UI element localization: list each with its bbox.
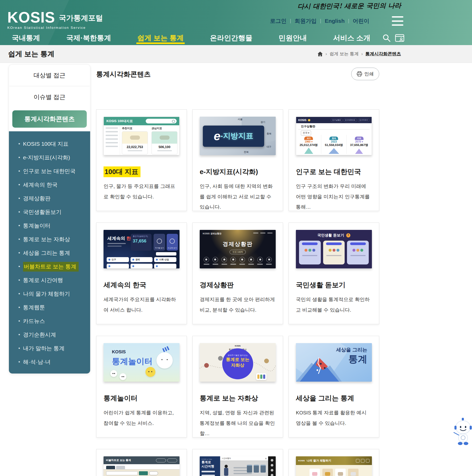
placeholder-bar bbox=[107, 246, 122, 247]
breadcrumb-separator: › bbox=[325, 52, 327, 56]
sidebar-item-time-travel[interactable]: 통계로 시간여행 bbox=[18, 273, 88, 287]
hamburger-menu-icon[interactable] bbox=[392, 16, 403, 26]
header-icon-group bbox=[382, 34, 404, 42]
print-button[interactable]: 인쇄 bbox=[351, 68, 379, 80]
mascot-character bbox=[156, 352, 173, 369]
sidebar-item-my-stats[interactable]: 내가 말하는 통계 bbox=[18, 342, 88, 355]
thumb-left-panel: KOSIS In Tube 통계로 시간여행 bbox=[200, 456, 220, 476]
card-korea-in-world[interactable]: 세계속의 한국 총인구(장래인구) 37,656 국가별 보기 비교해 보기 인… bbox=[96, 223, 187, 324]
card-thumbnail: 서울 경기 충북 전북 대구 e -지방지표 bbox=[200, 117, 276, 155]
card-thumbnail: KOSIS 100대지표 추천지표 22,022,753 관심지표 506,10… bbox=[104, 117, 180, 155]
nav-easy-stats[interactable]: 쉽게 보는 통계 bbox=[137, 31, 184, 45]
signup-link[interactable]: 회원가입 bbox=[295, 17, 317, 25]
card-population-korea[interactable]: KOSIS 인구상황판인구피라미드인구이야기 인구상황판 전국 ▾ 과거 196… bbox=[289, 109, 379, 211]
utility-nav: 로그인 회원가입 English 어린이 bbox=[270, 17, 369, 25]
sidebar-item-self-portrait[interactable]: 통계로 보는 자화상 bbox=[18, 232, 88, 246]
login-link[interactable]: 로그인 bbox=[270, 17, 286, 25]
mascot-character bbox=[110, 370, 117, 377]
card-thumbnail: KOSIS In Tube 통계로 시간여행 시간여행자X bbox=[200, 456, 276, 476]
card-description: 어린이가 쉽게 통계를 이용하고, 참여할 수 있는 서비스. bbox=[104, 408, 180, 428]
sidebar-item-stat-playground[interactable]: 통계놀이터 bbox=[18, 219, 88, 232]
sidebar-group-issue[interactable]: 이슈별 접근 bbox=[9, 86, 90, 108]
thumb-title: 버블차트로 보는 통계 bbox=[106, 458, 131, 462]
card-description: KOSIS 통계 자료를 활용한 예시 영상을 볼 수 있습니다. bbox=[296, 408, 372, 428]
certificate-icon[interactable] bbox=[395, 34, 404, 42]
card-thumbnail: KOSIS 경제상황판 경제상황판 인포그래픽 bbox=[200, 230, 276, 268]
card-100-indicators[interactable]: KOSIS 100대지표 추천지표 22,022,753 관심지표 506,10… bbox=[96, 109, 187, 211]
mascot-fin bbox=[162, 346, 170, 352]
thumb-stats: 과거 1960 ▾ 25,012,374명 현재 2023 51,558,034… bbox=[296, 135, 372, 154]
card-drawing-world[interactable]: 세상을 그리는 통계 세상을 그리는 통계 KOSIS 통계 자료를 활용한 예… bbox=[289, 336, 379, 437]
map-label: 대구 bbox=[267, 145, 271, 149]
thumb-icon-row bbox=[204, 257, 272, 262]
placeholder-bar bbox=[202, 475, 215, 476]
nav-online-publications[interactable]: 온라인간행물 bbox=[210, 31, 252, 45]
thumb-tile: 비교해 보기 bbox=[167, 234, 178, 251]
card-economy-board[interactable]: KOSIS 경제상황판 경제상황판 인포그래픽 경제상황판 경제지표를 한 곳에… bbox=[192, 223, 283, 324]
sidebar-item-webtoon[interactable]: 통계웹툰 bbox=[18, 301, 88, 314]
sidebar: 대상별 접근 이슈별 접근 통계시각화콘텐츠 KOSIS 100대 지표 e-지… bbox=[9, 64, 90, 374]
placeholder-bar bbox=[106, 138, 118, 140]
sidebar-active-group[interactable]: 통계시각화콘텐츠 bbox=[12, 110, 87, 128]
card-life-magnifier[interactable]: 국민생활 돋보기 국민생활 돋보기 국민의 생활을 통계적으로 확인하고 비교해… bbox=[289, 223, 379, 324]
thumb-logo: KOSIS bbox=[298, 119, 306, 122]
sidebar-item-population-korea[interactable]: 인구로 보는 대한민국 bbox=[18, 164, 88, 178]
card-thumbnail: 국민생활 돋보기 bbox=[296, 230, 372, 268]
breadcrumb-current[interactable]: 통계시각화콘텐츠 bbox=[365, 51, 401, 57]
card-self-portrait[interactable]: KOSIS 통계로 보는 자화상 생애주기별로 알아보는 통계로 보는 자화상 bbox=[192, 336, 283, 437]
sidebar-item-drawing-world[interactable]: 세상을 그리는 통계 bbox=[18, 246, 88, 260]
home-icon[interactable] bbox=[317, 51, 323, 57]
product-tiles bbox=[296, 469, 372, 476]
divider bbox=[290, 19, 291, 23]
card-thumbnail: KOSIS 나의 물가 체험하기 bbox=[296, 456, 372, 476]
nav-international-stats[interactable]: 국제·북한통계 bbox=[66, 31, 111, 45]
thumb-main-circle: 생애주기별로 알아보는 통계로 보는 자화상 bbox=[222, 348, 253, 379]
thumb-search-bar bbox=[146, 119, 177, 123]
page-section-title: 쉽게 보는 통계 bbox=[8, 49, 55, 59]
breadcrumb-level1[interactable]: 쉽게 보는 통계 bbox=[329, 51, 359, 57]
print-label: 인쇄 bbox=[364, 71, 374, 77]
nav-domestic-stats[interactable]: 국내통계 bbox=[12, 31, 40, 45]
sidebar-item-my-price[interactable]: 나의 물가 체험하기 bbox=[18, 287, 88, 301]
thumb-pill: 인포그래픽 bbox=[230, 250, 246, 254]
main-nav: 국내통계 국제·북한통계 쉽게 보는 통계 온라인간행물 민원안내 서비스 소개 bbox=[12, 31, 371, 45]
english-link[interactable]: English bbox=[325, 18, 345, 24]
card-e-local-indicators[interactable]: 서울 경기 충북 전북 대구 e -지방지표 e-지방지표(시각화) 인구, 사… bbox=[192, 109, 283, 211]
thumb-logo-dot bbox=[308, 119, 310, 121]
sidebar-item-life-magnifier[interactable]: 국민생활돋보기 bbox=[18, 205, 88, 219]
sidebar-item-card-news[interactable]: 카드뉴스 bbox=[18, 314, 88, 328]
kosis-logo[interactable]: KOSIS 국가통계포털 KOrean Statistical Informat… bbox=[7, 10, 103, 30]
nav-service-intro[interactable]: 서비스 소개 bbox=[333, 31, 371, 45]
card-time-travel[interactable]: KOSIS In Tube 통계로 시간여행 시간여행자X bbox=[192, 449, 283, 476]
sidebar-item-economy-board[interactable]: 경제상황판 bbox=[18, 192, 88, 205]
card-thumbnail: 세계속의 한국 총인구(장래인구) 37,656 국가별 보기 비교해 보기 인… bbox=[104, 230, 180, 268]
sidebar-item-business-cycle-clock[interactable]: 경기순환시계 bbox=[18, 328, 88, 342]
placeholder-bar bbox=[106, 142, 118, 143]
sidebar-group-target[interactable]: 대상별 접근 bbox=[9, 64, 90, 86]
thumb-banner: e -지방지표 bbox=[203, 126, 264, 147]
thumb-search-bar bbox=[156, 252, 176, 256]
card-title: 세상을 그리는 통계 bbox=[296, 394, 372, 403]
card-title: 세계속의 한국 bbox=[104, 280, 180, 290]
thumb-logo: KOSIS bbox=[200, 345, 276, 347]
nav-civil-service[interactable]: 민원안내 bbox=[279, 31, 307, 45]
card-description: 인구, 사회 등에 대한 지역의 변화를 쉽게 이해하고 서로 비교할 수 있습… bbox=[200, 181, 276, 212]
card-description: 세계국가의 주요지표를 시각화하여 서비스 합니다. bbox=[104, 294, 180, 315]
search-icon[interactable] bbox=[382, 34, 391, 42]
sidebar-item-hae-seok-nam-nyeo[interactable]: 해·석·남·녀 bbox=[18, 355, 88, 369]
thumb-search-row bbox=[104, 469, 180, 475]
sidebar-item-korea-in-world[interactable]: 세계속의 한국 bbox=[18, 178, 88, 192]
robot-mascot[interactable] bbox=[453, 417, 472, 447]
sidebar-item-kosis-100[interactable]: KOSIS 100대 지표 bbox=[18, 137, 88, 151]
thumb-panel-label: 관심지표 bbox=[151, 127, 177, 130]
card-stat-playground[interactable]: KOSIS 통계놀이터 통계놀이터 어린이가 쉽게 통계를 이용하고, 참여할 … bbox=[96, 336, 187, 437]
sidebar-item-e-local[interactable]: e-지방지표(시각화) bbox=[18, 151, 88, 164]
placeholder-bar bbox=[157, 150, 172, 151]
card-thumbnail: 버블차트로 보는 통계 bbox=[104, 456, 180, 476]
content-title: 통계시각화콘텐츠 bbox=[96, 68, 379, 79]
kids-link[interactable]: 어린이 bbox=[353, 17, 369, 25]
card-my-price[interactable]: KOSIS 나의 물가 체험하기 bbox=[289, 449, 379, 476]
sidebar-item-bubble-chart[interactable]: 버블차트로 보는 통계 bbox=[18, 260, 88, 273]
card-thumbnail: KOSIS 통계로 보는 자화상 생애주기별로 알아보는 통계로 보는 자화상 bbox=[200, 343, 276, 382]
card-bubble-chart[interactable]: 버블차트로 보는 통계 bbox=[96, 449, 187, 476]
